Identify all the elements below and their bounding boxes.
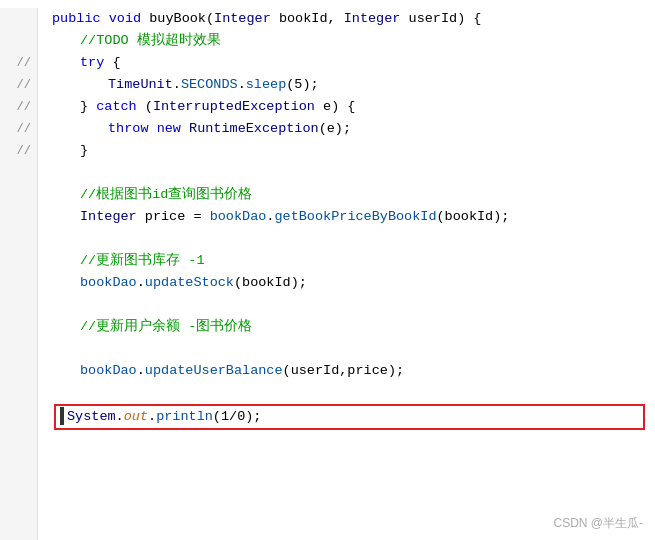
code-line-13: bookDao.updateStock(bookId); [52,272,655,294]
code-line-18 [52,382,655,404]
code-line-12: //更新图书库存 -1 [52,250,655,272]
code-line-8 [52,162,655,184]
code-line-14 [52,294,655,316]
code-line-16 [52,338,655,360]
code-line-5: } catch (InterruptedException e) { [52,96,655,118]
watermark: CSDN @半生瓜- [553,515,643,532]
code-lines: public void buyBook(Integer bookId, Inte… [38,8,655,540]
gutter-line-4: // [17,74,31,96]
code-line-highlighted: System.out.println(1/0); [54,404,645,430]
code-line-9: //根据图书id查询图书价格 [52,184,655,206]
code-line-7: } [52,140,655,162]
code-line-10: Integer price = bookDao.getBookPriceByBo… [52,206,655,228]
gutter-line-3: // [17,52,31,74]
code-line-6: throw new RuntimeException(e); [52,118,655,140]
code-line-17: bookDao.updateUserBalance(userId,price); [52,360,655,382]
code-line-4: TimeUnit.SECONDS.sleep(5); [52,74,655,96]
gutter-line-6: // [17,118,31,140]
code-line-2: //TODO 模拟超时效果 [52,30,655,52]
gutter-line-5: // [17,96,31,118]
code-line-1: public void buyBook(Integer bookId, Inte… [52,8,655,30]
code-line-11 [52,228,655,250]
code-area: // // // // // public void buyBook(Integ… [0,0,655,540]
code-line-15: //更新用户余额 -图书价格 [52,316,655,338]
editor-container: // // // // // public void buyBook(Integ… [0,0,655,540]
line-gutter: // // // // // [0,8,38,540]
gutter-line-7: // [17,140,31,162]
code-line-3: try { [52,52,655,74]
